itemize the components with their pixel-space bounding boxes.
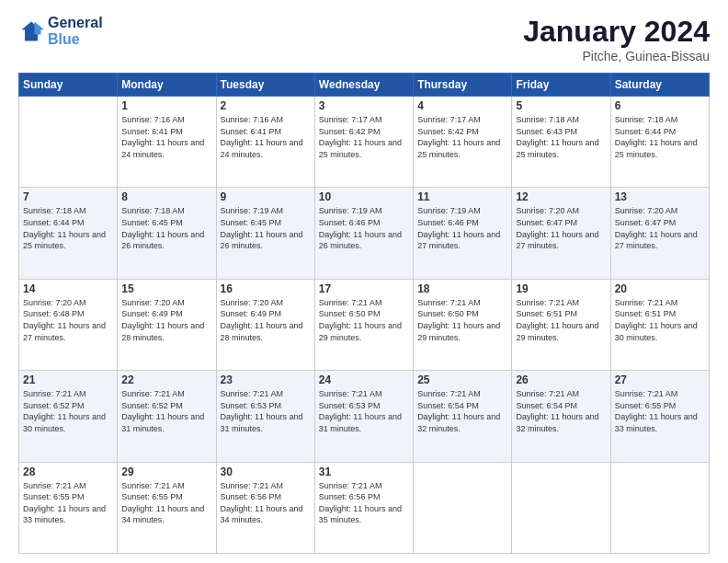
sunrise-text: Sunrise: 7:21 AM — [221, 481, 284, 490]
sunset-text: Sunset: 6:42 PM — [319, 127, 381, 136]
sunset-text: Sunset: 6:41 PM — [221, 127, 282, 136]
day-number: 12 — [516, 190, 606, 203]
sunrise-text: Sunrise: 7:19 AM — [221, 206, 284, 215]
day-info: Sunrise: 7:21 AMSunset: 6:56 PMDaylight:… — [221, 480, 311, 526]
calendar-cell: 31Sunrise: 7:21 AMSunset: 6:56 PMDayligh… — [314, 462, 413, 553]
daylight-text: Daylight: 11 hours and 27 minutes. — [417, 230, 500, 251]
day-info: Sunrise: 7:20 AMSunset: 6:49 PMDaylight:… — [121, 297, 211, 343]
col-monday: Monday — [118, 74, 216, 97]
daylight-text: Daylight: 11 hours and 31 minutes. — [319, 412, 402, 433]
calendar-cell: 18Sunrise: 7:21 AMSunset: 6:50 PMDayligh… — [414, 279, 512, 370]
daylight-text: Daylight: 11 hours and 26 minutes. — [121, 230, 204, 251]
day-number: 2 — [221, 99, 311, 112]
daylight-text: Daylight: 11 hours and 34 minutes. — [221, 504, 303, 525]
daylight-text: Daylight: 11 hours and 24 minutes. — [121, 138, 204, 159]
day-number: 23 — [221, 373, 311, 386]
sunrise-text: Sunrise: 7:21 AM — [615, 389, 678, 398]
calendar-cell: 28Sunrise: 7:21 AMSunset: 6:55 PMDayligh… — [19, 462, 118, 553]
daylight-text: Daylight: 11 hours and 27 minutes. — [615, 230, 698, 251]
sunrise-text: Sunrise: 7:21 AM — [516, 298, 579, 307]
sunset-text: Sunset: 6:41 PM — [121, 127, 183, 136]
daylight-text: Daylight: 11 hours and 27 minutes. — [23, 321, 106, 342]
day-number: 1 — [121, 99, 211, 112]
calendar-cell: 11Sunrise: 7:19 AMSunset: 6:46 PMDayligh… — [414, 188, 512, 279]
sunset-text: Sunset: 6:47 PM — [516, 218, 577, 227]
day-number: 13 — [615, 190, 705, 203]
calendar-cell: 3Sunrise: 7:17 AMSunset: 6:42 PMDaylight… — [314, 97, 413, 188]
sunset-text: Sunset: 6:53 PM — [221, 401, 282, 410]
day-info: Sunrise: 7:21 AMSunset: 6:50 PMDaylight:… — [319, 297, 409, 343]
day-number: 11 — [417, 190, 507, 203]
day-info: Sunrise: 7:21 AMSunset: 6:56 PMDaylight:… — [319, 480, 409, 526]
day-info: Sunrise: 7:19 AMSunset: 6:45 PMDaylight:… — [221, 205, 311, 251]
day-info: Sunrise: 7:16 AMSunset: 6:41 PMDaylight:… — [221, 114, 311, 160]
sunset-text: Sunset: 6:55 PM — [615, 401, 677, 410]
sunrise-text: Sunrise: 7:19 AM — [319, 206, 382, 215]
daylight-text: Daylight: 11 hours and 25 minutes. — [417, 138, 500, 159]
day-info: Sunrise: 7:18 AMSunset: 6:44 PMDaylight:… — [615, 114, 705, 160]
daylight-text: Daylight: 11 hours and 25 minutes. — [23, 230, 106, 251]
daylight-text: Daylight: 11 hours and 31 minutes. — [221, 412, 303, 433]
calendar-cell: 15Sunrise: 7:20 AMSunset: 6:49 PMDayligh… — [118, 279, 216, 370]
daylight-text: Daylight: 11 hours and 27 minutes. — [516, 230, 598, 251]
day-info: Sunrise: 7:18 AMSunset: 6:45 PMDaylight:… — [121, 205, 211, 251]
day-number: 25 — [417, 373, 507, 386]
calendar-cell: 20Sunrise: 7:21 AMSunset: 6:51 PMDayligh… — [610, 279, 709, 370]
sunrise-text: Sunrise: 7:18 AM — [121, 206, 185, 215]
calendar-cell — [414, 462, 512, 553]
sunset-text: Sunset: 6:54 PM — [417, 401, 479, 410]
sunrise-text: Sunrise: 7:17 AM — [319, 115, 382, 124]
calendar-cell: 7Sunrise: 7:18 AMSunset: 6:44 PMDaylight… — [19, 188, 118, 279]
daylight-text: Daylight: 11 hours and 32 minutes. — [417, 412, 500, 433]
sunset-text: Sunset: 6:53 PM — [319, 401, 381, 410]
day-number: 31 — [319, 465, 409, 478]
day-info: Sunrise: 7:19 AMSunset: 6:46 PMDaylight:… — [417, 205, 507, 251]
sunset-text: Sunset: 6:50 PM — [417, 309, 479, 318]
daylight-text: Daylight: 11 hours and 30 minutes. — [23, 412, 106, 433]
logo-text: General Blue — [48, 15, 103, 47]
daylight-text: Daylight: 11 hours and 26 minutes. — [319, 230, 402, 251]
logo-icon — [18, 18, 44, 44]
day-number: 7 — [23, 190, 113, 203]
sunset-text: Sunset: 6:56 PM — [221, 492, 282, 501]
day-number: 9 — [221, 190, 311, 203]
sunrise-text: Sunrise: 7:21 AM — [417, 389, 481, 398]
day-info: Sunrise: 7:20 AMSunset: 6:49 PMDaylight:… — [221, 297, 311, 343]
calendar-cell: 10Sunrise: 7:19 AMSunset: 6:46 PMDayligh… — [314, 188, 413, 279]
day-number: 30 — [221, 465, 311, 478]
day-info: Sunrise: 7:20 AMSunset: 6:47 PMDaylight:… — [615, 205, 705, 251]
month-title: January 2024 — [523, 15, 710, 49]
sunrise-text: Sunrise: 7:17 AM — [417, 115, 481, 124]
day-info: Sunrise: 7:21 AMSunset: 6:52 PMDaylight:… — [121, 388, 211, 434]
sunrise-text: Sunrise: 7:19 AM — [417, 206, 481, 215]
calendar-cell — [19, 97, 118, 188]
col-friday: Friday — [512, 74, 610, 97]
daylight-text: Daylight: 11 hours and 33 minutes. — [23, 504, 106, 525]
sunset-text: Sunset: 6:51 PM — [516, 309, 577, 318]
sunrise-text: Sunrise: 7:20 AM — [516, 206, 579, 215]
sunrise-text: Sunrise: 7:21 AM — [23, 481, 86, 490]
col-sunday: Sunday — [19, 74, 118, 97]
day-info: Sunrise: 7:20 AMSunset: 6:47 PMDaylight:… — [516, 205, 606, 251]
sunrise-text: Sunrise: 7:20 AM — [23, 298, 86, 307]
calendar-cell: 6Sunrise: 7:18 AMSunset: 6:44 PMDaylight… — [610, 97, 709, 188]
sunset-text: Sunset: 6:44 PM — [615, 127, 677, 136]
day-info: Sunrise: 7:17 AMSunset: 6:42 PMDaylight:… — [319, 114, 409, 160]
calendar-cell: 13Sunrise: 7:20 AMSunset: 6:47 PMDayligh… — [610, 188, 709, 279]
calendar-week-5: 28Sunrise: 7:21 AMSunset: 6:55 PMDayligh… — [19, 462, 710, 553]
daylight-text: Daylight: 11 hours and 29 minutes. — [516, 321, 598, 342]
sunrise-text: Sunrise: 7:21 AM — [319, 481, 382, 490]
calendar-cell: 8Sunrise: 7:18 AMSunset: 6:45 PMDaylight… — [118, 188, 216, 279]
sunrise-text: Sunrise: 7:21 AM — [319, 389, 382, 398]
sunset-text: Sunset: 6:42 PM — [417, 127, 479, 136]
daylight-text: Daylight: 11 hours and 26 minutes. — [221, 230, 303, 251]
sunrise-text: Sunrise: 7:21 AM — [23, 389, 86, 398]
day-info: Sunrise: 7:20 AMSunset: 6:48 PMDaylight:… — [23, 297, 113, 343]
day-number: 22 — [121, 373, 211, 386]
svg-marker-1 — [35, 21, 45, 34]
sunrise-text: Sunrise: 7:21 AM — [319, 298, 382, 307]
day-info: Sunrise: 7:18 AMSunset: 6:44 PMDaylight:… — [23, 205, 113, 251]
day-number: 24 — [319, 373, 409, 386]
calendar-week-1: 1Sunrise: 7:16 AMSunset: 6:41 PMDaylight… — [19, 97, 710, 188]
header: General Blue January 2024 Pitche, Guinea… — [18, 15, 710, 63]
